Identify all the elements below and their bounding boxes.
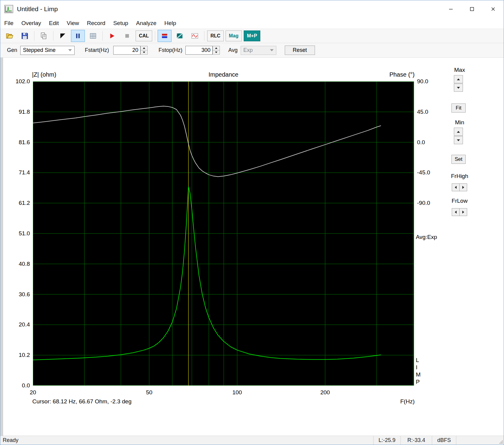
z-tick-label: 61.2 xyxy=(0,199,30,207)
waveform-button[interactable] xyxy=(188,30,202,42)
freq-tick-label: 100 xyxy=(223,389,251,396)
toolbar: CAL RLC Mag M+P xyxy=(0,29,504,43)
record-play-icon xyxy=(108,32,116,40)
mag-button[interactable]: Mag xyxy=(226,30,242,41)
freq-tick-label: 200 xyxy=(312,389,339,396)
minimize-icon xyxy=(448,6,454,12)
close-icon xyxy=(490,6,496,12)
stop-button[interactable] xyxy=(120,30,134,42)
frhigh-label: FrHigh xyxy=(450,173,470,180)
toolbar-separator xyxy=(102,31,103,41)
limp-window: Untitled - Limp File Overlay Edit View R… xyxy=(0,0,504,445)
min-up-button[interactable] xyxy=(454,128,463,136)
z-tick-label: 81.6 xyxy=(0,139,30,146)
toolbar-separator xyxy=(204,31,204,41)
z-tick-label: 40.8 xyxy=(0,260,30,268)
frlow-right-button[interactable] xyxy=(459,208,467,216)
menu-file[interactable]: File xyxy=(0,18,18,29)
open-folder-icon xyxy=(6,32,14,40)
frlow-left-button[interactable] xyxy=(452,208,460,216)
up-arrow-icon xyxy=(457,78,460,80)
rlc-button[interactable]: RLC xyxy=(207,30,224,41)
frlow-label: FrLow xyxy=(450,198,470,204)
pause-button[interactable] xyxy=(71,30,85,42)
status-bar: Ready L:-25.9 R:-33.4 dBFS xyxy=(0,436,504,445)
reset-button[interactable]: Reset xyxy=(285,46,315,55)
limp-watermark: L I M P xyxy=(416,357,421,386)
save-button[interactable] xyxy=(18,30,32,42)
resize-grip-icon xyxy=(499,440,503,444)
phase-tick-label: -90.0 xyxy=(417,199,444,207)
set-button[interactable]: Set xyxy=(451,155,466,164)
fstart-spin-down[interactable] xyxy=(140,50,148,55)
menu-view[interactable]: View xyxy=(63,18,83,29)
menu-record[interactable]: Record xyxy=(83,18,109,29)
maximize-button[interactable] xyxy=(461,0,483,18)
z-tick-label: 0.0 xyxy=(0,382,30,389)
z-tick-label: 102.0 xyxy=(0,78,30,85)
freq-tick-label: 20 xyxy=(19,389,47,396)
mp-button[interactable]: M+P xyxy=(244,30,260,41)
flag-button[interactable] xyxy=(56,30,70,42)
fstop-spin-up[interactable] xyxy=(213,46,220,50)
up-arrow-icon xyxy=(215,47,217,49)
stop-icon xyxy=(123,32,131,40)
minimize-button[interactable] xyxy=(440,0,461,18)
fstop-spin-down[interactable] xyxy=(213,50,220,55)
spectrum-button[interactable] xyxy=(173,30,187,42)
status-unit: dBFS xyxy=(432,436,456,445)
copy-button[interactable] xyxy=(37,30,51,42)
frhigh-right-button[interactable] xyxy=(459,183,467,191)
left-arrow-icon xyxy=(455,211,457,214)
fit-button[interactable]: Fit xyxy=(451,103,466,113)
max-up-button[interactable] xyxy=(454,75,463,83)
chevron-down-icon xyxy=(270,49,274,51)
menu-analyze[interactable]: Analyze xyxy=(132,18,161,29)
gen-label: Gen xyxy=(7,47,17,53)
up-arrow-icon xyxy=(143,47,145,49)
gen-select-value: Stepped Sine xyxy=(23,47,56,53)
resize-grip[interactable] xyxy=(498,436,504,445)
phase-tick-label: 90.0 xyxy=(417,78,444,85)
window-title: Untitled - Limp xyxy=(17,5,58,13)
phase-tick-label: 0.0 xyxy=(417,139,444,146)
frhigh-left-button[interactable] xyxy=(452,183,460,191)
close-button[interactable] xyxy=(483,0,504,18)
fstop-input[interactable] xyxy=(185,46,213,55)
open-button[interactable] xyxy=(3,30,17,42)
fstart-spin-up[interactable] xyxy=(140,46,148,50)
down-arrow-icon xyxy=(457,139,460,141)
menu-setup[interactable]: Setup xyxy=(109,18,132,29)
max-down-button[interactable] xyxy=(454,84,463,92)
app-icon xyxy=(4,5,13,14)
waveform-icon xyxy=(191,32,199,40)
z-tick-label: 20.4 xyxy=(0,321,30,328)
record-button[interactable] xyxy=(105,30,119,42)
freq-tick-label: 50 xyxy=(136,389,163,396)
z-tick-label: 71.4 xyxy=(0,169,30,176)
z-tick-label: 91.8 xyxy=(0,108,30,116)
signal-bars-button[interactable] xyxy=(158,30,172,42)
right-arrow-icon xyxy=(462,186,464,189)
min-down-button[interactable] xyxy=(454,136,463,144)
menu-help[interactable]: Help xyxy=(160,18,180,29)
table-button[interactable] xyxy=(86,30,100,42)
title-bar: Untitled - Limp xyxy=(0,0,504,18)
gen-select[interactable]: Stepped Sine xyxy=(20,46,75,55)
impedance-plot xyxy=(33,81,414,386)
menu-edit[interactable]: Edit xyxy=(45,18,63,29)
cursor-readout: Cursor: 68.12 Hz, 66.67 Ohm, -2.3 deg xyxy=(32,398,131,405)
phase-axis-title: Phase (°) xyxy=(351,71,415,80)
down-arrow-icon xyxy=(457,87,460,89)
min-label: Min xyxy=(451,119,468,126)
chart-area: |Z| (ohm) Impedance Phase (°) Avg:Exp L … xyxy=(0,58,504,436)
z-tick-label: 10.2 xyxy=(0,351,30,359)
phase-tick-label: -45.0 xyxy=(417,169,444,176)
menu-overlay[interactable]: Overlay xyxy=(18,18,45,29)
phase-tick-label: 45.0 xyxy=(417,108,444,116)
cal-button[interactable]: CAL xyxy=(136,30,152,41)
fstart-input[interactable] xyxy=(113,46,140,55)
z-tick-label: 30.6 xyxy=(0,291,30,298)
maximize-icon xyxy=(469,6,475,12)
save-icon xyxy=(21,32,29,40)
